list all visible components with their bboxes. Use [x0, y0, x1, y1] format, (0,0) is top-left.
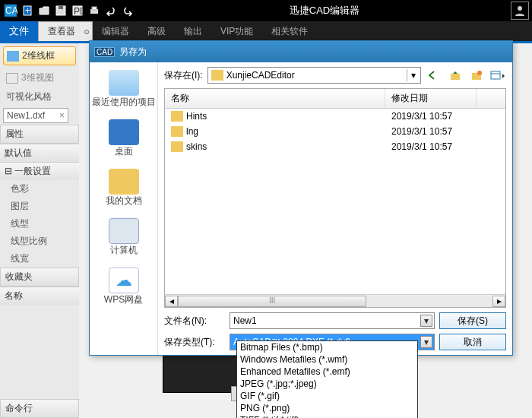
save-in-combo[interactable]: XunjieCADEditor ▾	[207, 67, 421, 84]
list-item[interactable]: Hints2019/3/1 10:57	[165, 109, 505, 124]
redo-icon[interactable]	[120, 3, 135, 18]
filetype-dropdown[interactable]: Bitmap Files (*.bmp) Windows Metafiles (…	[236, 340, 418, 418]
list-item[interactable]: lng2019/3/1 10:57	[165, 124, 505, 139]
horizontal-scrollbar[interactable]: ◂ III ▸	[165, 294, 505, 307]
filetype-label: 保存类型(T):	[164, 336, 225, 349]
place-computer[interactable]: 计算机	[90, 215, 157, 263]
filetype-option[interactable]: GIF (*.gif)	[237, 390, 417, 402]
scroll-left-icon[interactable]: ◂	[165, 296, 178, 307]
filetype-option[interactable]: TIFF (*.tif;*.tiff)	[237, 414, 417, 418]
place-computer-label: 计算机	[110, 244, 138, 257]
filetype-option[interactable]: Bitmap Files (*.bmp)	[237, 341, 417, 353]
svg-point-10	[518, 6, 522, 11]
app-title: 迅捷CAD编辑器	[138, 4, 511, 17]
new-folder-icon[interactable]	[468, 68, 485, 83]
place-desktop-label: 桌面	[115, 145, 133, 158]
filename-input[interactable]: New1▾	[230, 312, 435, 329]
place-wps-label: WPS网盘	[104, 293, 143, 306]
undo-icon[interactable]	[103, 3, 119, 18]
menu-editor[interactable]: 编辑器	[93, 21, 138, 41]
place-recent[interactable]: 最近使用的项目	[90, 67, 157, 115]
cube3d-icon	[6, 73, 18, 84]
svg-rect-5	[59, 6, 63, 9]
svg-text:PDF: PDF	[74, 6, 84, 17]
place-wps[interactable]: ☁WPS网盘	[90, 264, 157, 312]
svg-text:+: +	[25, 5, 30, 16]
btn-2d-wireframe-label: 2维线框	[22, 49, 55, 62]
dialog-titlebar[interactable]: CAD 另存为	[90, 41, 512, 62]
document-tab-label: New1.dxf	[7, 110, 45, 121]
panel-default[interactable]: 默认值	[0, 144, 79, 162]
cube-icon	[7, 51, 19, 62]
panel-command[interactable]: 命令行	[0, 399, 79, 418]
documents-icon	[109, 169, 139, 195]
up-icon[interactable]	[447, 68, 464, 83]
filetype-option[interactable]: Enhanced Metafiles (*.emf)	[237, 366, 417, 378]
tab-viewer[interactable]: 查看器	[38, 21, 93, 41]
filetype-option[interactable]: Windows Metafiles (*.wmf)	[237, 353, 417, 366]
back-icon[interactable]	[426, 68, 442, 83]
chevron-down-icon[interactable]: ▾	[420, 336, 432, 348]
panel-favorites[interactable]: 收藏夹	[0, 268, 79, 287]
titlebar: CAD + PDF 迅捷CAD编辑器	[0, 0, 532, 21]
row-layer[interactable]: 图层	[0, 198, 79, 215]
folder-icon	[211, 70, 223, 81]
visual-style-label: 可视化风格	[0, 87, 79, 106]
cad-badge-icon: CAD	[94, 47, 115, 57]
new-icon[interactable]: +	[20, 3, 35, 18]
dialog-title: 另存为	[119, 46, 147, 59]
scroll-thumb[interactable]: III	[178, 296, 366, 307]
save-in-label: 保存在(I):	[164, 69, 203, 82]
place-recent-label: 最近使用的项目	[92, 96, 156, 109]
filetype-option[interactable]: JPEG (*.jpg;*.jpeg)	[237, 378, 417, 390]
row-linescale[interactable]: 线型比例	[0, 233, 79, 250]
left-panel: 2维线框 3维视图 可视化风格 New1.dxf× 属性 默认值 ⊟ 一般设置 …	[0, 43, 79, 418]
filename-label: 文件名(N):	[164, 315, 225, 328]
btn-3d-view-label: 3维视图	[21, 71, 54, 84]
panel-attributes[interactable]: 属性	[0, 125, 79, 144]
menu-output[interactable]: 输出	[175, 21, 211, 41]
cancel-button[interactable]: 取消	[439, 334, 506, 350]
chevron-down-icon[interactable]: ▾	[420, 315, 432, 327]
svg-rect-11	[451, 74, 460, 80]
file-name: lng	[186, 126, 198, 137]
row-color[interactable]: 色彩	[0, 180, 79, 198]
filetype-option[interactable]: PNG (*.png)	[237, 402, 417, 414]
chevron-down-icon[interactable]: ▾	[407, 69, 419, 81]
close-icon[interactable]: ×	[59, 110, 65, 121]
save-button[interactable]: 保存(S)	[439, 312, 506, 329]
col-header-name[interactable]: 名称	[165, 89, 385, 108]
menu-related[interactable]: 相关软件	[262, 21, 317, 41]
btn-2d-wireframe[interactable]: 2维线框	[3, 46, 76, 65]
app-icon: CAD	[3, 3, 18, 18]
menu-advanced[interactable]: 高级	[138, 21, 175, 41]
print-icon[interactable]	[87, 3, 102, 18]
col-name: 名称	[0, 287, 79, 305]
panel-general[interactable]: ⊟ 一般设置	[0, 162, 79, 180]
scroll-right-icon[interactable]: ▸	[492, 296, 505, 307]
place-desktop[interactable]: 桌面	[90, 116, 157, 164]
open-icon[interactable]	[36, 3, 52, 18]
list-item[interactable]: skins2019/3/1 10:57	[165, 139, 505, 154]
row-linetype[interactable]: 线型	[0, 215, 79, 233]
place-documents-label: 我的文档	[106, 195, 142, 207]
row-lineweight[interactable]: 线宽	[0, 250, 79, 268]
menu-vip[interactable]: VIP功能	[211, 21, 262, 41]
recent-icon	[109, 70, 139, 96]
folder-icon	[171, 126, 183, 137]
folder-icon	[171, 111, 183, 122]
col-header-date[interactable]: 修改日期	[385, 89, 477, 108]
save-pdf-icon[interactable]: PDF	[70, 3, 85, 18]
btn-3d-view[interactable]: 3维视图	[0, 68, 79, 87]
view-menu-icon[interactable]	[489, 68, 506, 83]
tab-viewer-label: 查看器	[48, 25, 75, 38]
folder-icon	[171, 141, 183, 152]
scroll-track[interactable]: III	[178, 296, 492, 307]
document-tab[interactable]: New1.dxf×	[3, 108, 68, 123]
user-icon[interactable]	[511, 2, 529, 20]
save-icon[interactable]	[53, 3, 68, 18]
place-documents[interactable]: 我的文档	[90, 166, 157, 214]
tab-file[interactable]: 文件	[0, 21, 38, 41]
file-list-rows[interactable]: Hints2019/3/1 10:57 lng2019/3/1 10:57 sk…	[165, 109, 505, 294]
cloud-icon: ☁	[109, 268, 139, 293]
